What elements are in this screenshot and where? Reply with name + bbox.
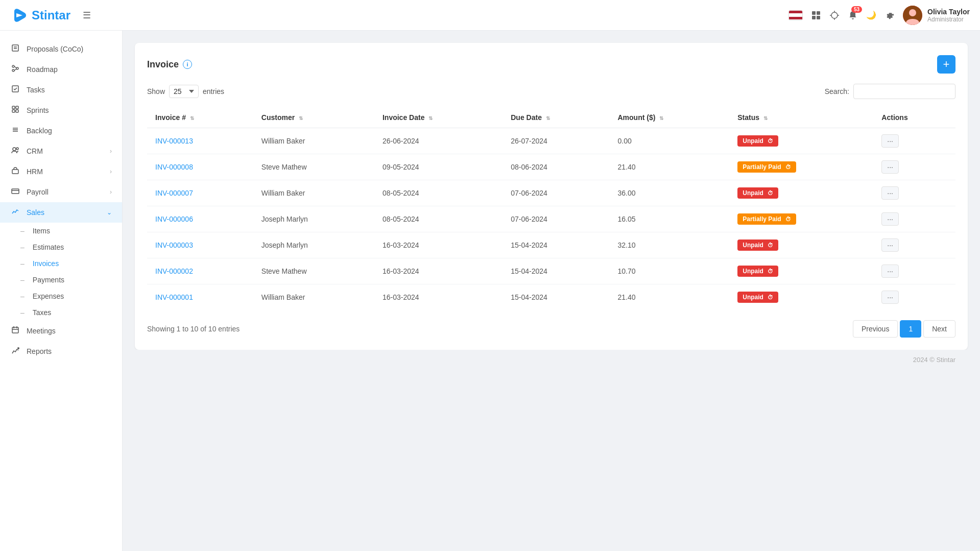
page-1-button[interactable]: 1 xyxy=(900,320,921,338)
cell-actions: ··· xyxy=(873,128,955,154)
sidebar-item-tasks[interactable]: Tasks xyxy=(0,80,122,100)
action-menu-button[interactable]: ··· xyxy=(881,265,899,278)
sidebar-item-estimates[interactable]: – Estimates xyxy=(0,239,122,255)
proposals-icon xyxy=(10,44,20,54)
notification-wrapper[interactable]: 53 xyxy=(848,10,858,20)
invoice-link[interactable]: INV-000002 xyxy=(155,267,193,275)
table-row: INV-000008 Steve Mathew 09-05-2024 08-06… xyxy=(147,154,955,180)
user-name: Olivia Taylor xyxy=(927,8,970,16)
entries-select[interactable]: 25 10 50 100 xyxy=(169,85,199,98)
col-invoice-date[interactable]: Invoice Date ⇅ xyxy=(374,107,503,128)
action-menu-button[interactable]: ··· xyxy=(881,134,899,148)
sidebar-label-crm: CRM xyxy=(27,147,43,155)
cell-invoice-num: INV-000013 xyxy=(147,128,253,154)
col-invoice-num[interactable]: Invoice # ⇅ xyxy=(147,107,253,128)
cell-customer: William Baker xyxy=(253,284,374,310)
col-status[interactable]: Status ⇅ xyxy=(729,107,873,128)
search-input[interactable] xyxy=(853,84,955,99)
svg-rect-1 xyxy=(817,11,820,15)
sidebar-item-taxes[interactable]: – Taxes xyxy=(0,304,122,321)
sidebar-item-sales[interactable]: Sales ⌄ xyxy=(0,202,122,223)
backlog-icon xyxy=(10,126,20,136)
svg-line-18 xyxy=(14,69,16,70)
card-title: Invoice i xyxy=(147,59,192,70)
sidebar-item-roadmap[interactable]: Roadmap xyxy=(0,59,122,80)
sidebar-label-proposals: Proposals (CoCo) xyxy=(27,45,83,53)
pagination: Showing 1 to 10 of 10 entries Previous 1… xyxy=(147,320,955,338)
invoice-link[interactable]: INV-000008 xyxy=(155,163,193,171)
sort-icon-customer: ⇅ xyxy=(299,115,303,121)
sidebar-label-reports: Reports xyxy=(27,347,52,355)
svg-point-16 xyxy=(12,69,14,71)
header: Stintar ☰ xyxy=(0,0,980,31)
user-profile[interactable]: Olivia Taylor Administrator xyxy=(903,6,970,25)
avatar xyxy=(903,6,922,25)
header-right: 53 Olivia Taylor Administrator xyxy=(788,6,970,25)
cell-invoice-num: INV-000007 xyxy=(147,180,253,206)
cell-customer: Joseph Marlyn xyxy=(253,232,374,258)
invoice-link[interactable]: INV-000006 xyxy=(155,215,193,223)
next-button[interactable]: Next xyxy=(923,320,955,338)
invoice-link[interactable]: INV-000003 xyxy=(155,241,193,249)
svg-rect-2 xyxy=(812,16,816,19)
sales-arrow: ⌄ xyxy=(107,209,112,216)
sidebar-item-reports[interactable]: Reports xyxy=(0,341,122,362)
col-due-date[interactable]: Due Date ⇅ xyxy=(503,107,609,128)
sidebar-item-meetings[interactable]: Meetings xyxy=(0,321,122,341)
crosshair-icon[interactable] xyxy=(829,10,840,20)
cell-invoice-num: INV-000008 xyxy=(147,154,253,180)
sidebar-label-tasks: Tasks xyxy=(27,86,45,94)
footer: 2024 © Stintar xyxy=(135,350,968,370)
clock-icon: ⏱ xyxy=(768,294,773,300)
sidebar-item-proposals[interactable]: Proposals (CoCo) xyxy=(0,39,122,59)
cell-customer: Steve Mathew xyxy=(253,258,374,284)
sidebar-item-sprints[interactable]: Sprints xyxy=(0,100,122,121)
sidebar-item-payroll[interactable]: Payroll › xyxy=(0,182,122,202)
action-menu-button[interactable]: ··· xyxy=(881,291,899,304)
previous-button[interactable]: Previous xyxy=(853,320,898,338)
col-amount[interactable]: Amount ($) ⇅ xyxy=(610,107,730,128)
action-menu-button[interactable]: ··· xyxy=(881,238,899,252)
flag-icon[interactable] xyxy=(788,10,803,20)
sidebar-label-backlog: Backlog xyxy=(27,127,52,135)
sidebar-label-roadmap: Roadmap xyxy=(27,65,58,74)
crm-icon xyxy=(10,146,20,156)
status-badge: Unpaid⏱ xyxy=(737,135,778,147)
cell-actions: ··· xyxy=(873,154,955,180)
invoice-link[interactable]: INV-000001 xyxy=(155,293,193,301)
hamburger-button[interactable]: ☰ xyxy=(81,8,93,23)
avatar-image xyxy=(903,6,922,25)
sidebar-item-items[interactable]: – Items xyxy=(0,223,122,239)
apps-icon[interactable] xyxy=(811,10,821,20)
sidebar-item-payments[interactable]: – Payments xyxy=(0,272,122,288)
svg-rect-30 xyxy=(12,189,19,194)
dark-mode-icon[interactable] xyxy=(866,10,876,20)
svg-point-27 xyxy=(13,148,16,151)
svg-rect-22 xyxy=(12,110,15,112)
sidebar-item-invoices[interactable]: – Invoices xyxy=(0,255,122,272)
cell-amount: 0.00 xyxy=(610,128,730,154)
cell-invoice-date: 16-03-2024 xyxy=(374,284,503,310)
sidebar-item-crm[interactable]: CRM › xyxy=(0,141,122,161)
cell-amount: 36.00 xyxy=(610,180,730,206)
hrm-arrow: › xyxy=(110,168,112,175)
action-menu-button[interactable]: ··· xyxy=(881,212,899,226)
sidebar-item-hrm[interactable]: HRM › xyxy=(0,161,122,182)
sidebar-item-backlog[interactable]: Backlog xyxy=(0,121,122,141)
cell-customer: Steve Mathew xyxy=(253,154,374,180)
invoice-link[interactable]: INV-000007 xyxy=(155,189,193,197)
info-icon[interactable]: i xyxy=(183,60,192,69)
settings-icon[interactable] xyxy=(885,10,895,20)
cell-invoice-num: INV-000002 xyxy=(147,258,253,284)
sidebar-item-expenses[interactable]: – Expenses xyxy=(0,288,122,304)
hrm-icon xyxy=(10,166,20,177)
invoice-link[interactable]: INV-000013 xyxy=(155,137,193,145)
action-menu-button[interactable]: ··· xyxy=(881,186,899,200)
logo-icon xyxy=(10,6,29,25)
cell-amount: 21.40 xyxy=(610,154,730,180)
add-invoice-button[interactable]: + xyxy=(937,55,955,74)
cell-invoice-num: INV-000001 xyxy=(147,284,253,310)
col-customer[interactable]: Customer ⇅ xyxy=(253,107,374,128)
action-menu-button[interactable]: ··· xyxy=(881,160,899,174)
col-actions: Actions xyxy=(873,107,955,128)
